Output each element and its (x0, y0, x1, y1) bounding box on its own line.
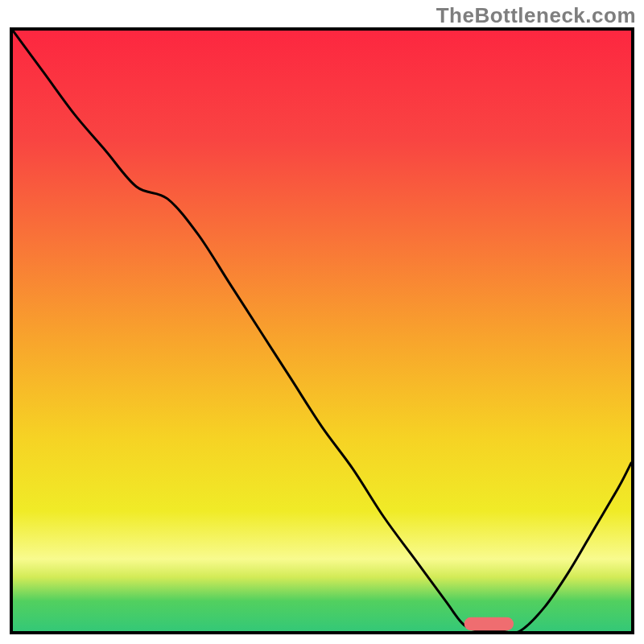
plot-svg (13, 31, 631, 631)
gradient-background (13, 31, 631, 631)
plot-frame (10, 27, 634, 634)
optimal-range-marker (464, 617, 514, 630)
chart-stage: TheBottleneck.com (0, 0, 644, 644)
watermark-text: TheBottleneck.com (436, 3, 636, 28)
